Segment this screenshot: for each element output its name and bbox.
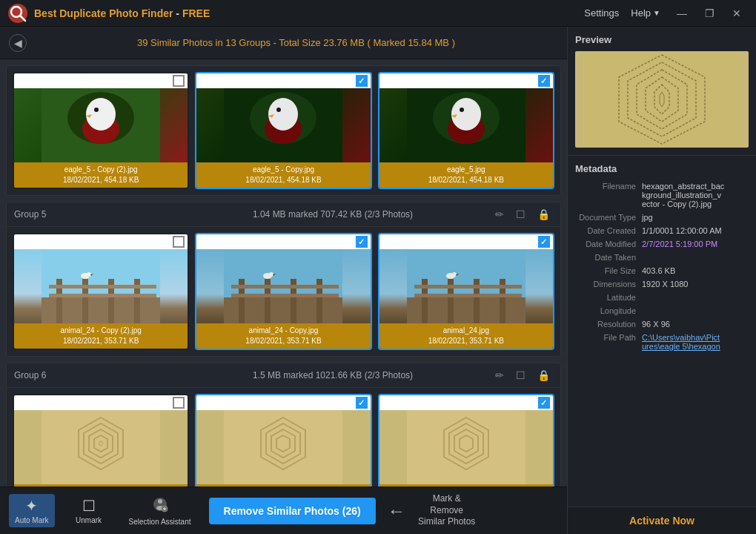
photo-card[interactable]: eagle_5.jpg 18/02/2021, 454.18 KB xyxy=(378,72,554,189)
left-panel: ◀ 39 Similar Photos in 13 Groups - Total… xyxy=(0,27,567,534)
selection-assistant-icon xyxy=(152,496,168,516)
photo-checkbox[interactable] xyxy=(538,397,550,409)
meta-key: Date Created xyxy=(575,226,642,235)
photo-card[interactable]: animal_24 - Copy.jpg 18/02/2021, 353.71 … xyxy=(195,233,371,350)
arrow-icon: ← xyxy=(388,501,405,521)
photo-card[interactable]: animal_24 - Copy (2).jpg 18/02/2021, 353… xyxy=(13,233,189,350)
photo-name: animal_24.jpg xyxy=(383,326,549,336)
preview-hex-svg xyxy=(583,51,742,148)
preview-title: Preview xyxy=(575,34,749,45)
meta-key: Filename xyxy=(575,182,642,208)
photo-info: 18/02/2021, 454.18 KB xyxy=(18,175,184,185)
auto-mark-item[interactable]: ✦ Auto Mark xyxy=(9,494,55,527)
settings-button[interactable]: Settings xyxy=(578,4,625,22)
meta-key: File Path xyxy=(575,333,642,351)
group-checkbox-button[interactable]: ☐ xyxy=(513,207,528,222)
svg-rect-63 xyxy=(224,410,342,484)
bird-image xyxy=(379,249,553,323)
photo-footer xyxy=(379,484,553,487)
meta-key: Document Type xyxy=(575,213,642,222)
photo-card[interactable] xyxy=(13,394,189,487)
photo-name: eagle_5.jpg xyxy=(383,165,549,175)
meta-row-filename: Filename hexagon_abstract_background_ill… xyxy=(575,182,749,208)
group-container-4: eagle_5 - Copy (2).jpg 18/02/2021, 454.1… xyxy=(6,65,561,196)
auto-mark-label: Auto Mark xyxy=(15,516,49,524)
svg-rect-57 xyxy=(42,410,160,484)
group-size: 1.04 MB marked 707.42 KB (2/3 Photos) xyxy=(173,209,492,220)
meta-row-filepath: File Path C:\Users\vaibhav\Pictures\eagl… xyxy=(575,333,749,351)
photo-card-top xyxy=(379,234,553,249)
close-button[interactable]: ✕ xyxy=(725,4,749,22)
minimize-button[interactable]: — xyxy=(669,4,694,22)
photo-card[interactable] xyxy=(195,394,371,487)
photos-row: eagle_5 - Copy (2).jpg 18/02/2021, 454.1… xyxy=(7,66,560,195)
titlebar: Best Duplicate Photo Finder - FREE Setti… xyxy=(0,0,756,27)
photo-checkbox[interactable] xyxy=(356,236,368,248)
photo-card-top xyxy=(379,395,553,410)
remove-similar-photos-button[interactable]: Remove Similar Photos (26) xyxy=(209,498,376,524)
photo-checkbox[interactable] xyxy=(356,75,368,87)
photo-checkbox[interactable] xyxy=(173,236,185,248)
group-checkbox-button[interactable]: ☐ xyxy=(513,368,528,383)
group-lock-button[interactable]: 🔒 xyxy=(534,207,553,222)
selection-assistant-item[interactable]: Selection Assistant xyxy=(123,493,197,529)
meta-key: Date Taken xyxy=(575,253,642,262)
activate-bar: Activate Now xyxy=(568,507,756,534)
photo-checkbox[interactable] xyxy=(173,75,185,87)
photo-card[interactable]: eagle_5 - Copy (2).jpg 18/02/2021, 454.1… xyxy=(13,72,189,189)
group-container-6: Group 6 1.5 MB marked 1021.66 KB (2/3 Ph… xyxy=(6,363,561,487)
group-actions: ✏ ☐ 🔒 xyxy=(492,207,553,222)
meta-val-dimensions: 1920 X 1080 xyxy=(642,280,749,289)
meta-val-datecreated: 1/1/0001 12:00:00 AM xyxy=(642,226,749,235)
group-edit-button[interactable]: ✏ xyxy=(492,207,507,222)
group-lock-button[interactable]: 🔒 xyxy=(534,368,553,383)
group-header: Group 6 1.5 MB marked 1021.66 KB (2/3 Ph… xyxy=(7,363,560,388)
meta-row-datetaken: Date Taken xyxy=(575,253,749,262)
photo-card-top xyxy=(14,234,188,249)
svg-rect-52 xyxy=(414,285,522,289)
restore-button[interactable]: ❐ xyxy=(697,4,722,22)
photo-card[interactable]: eagle_5 - Copy.jpg 18/02/2021, 454.18 KB xyxy=(195,72,371,189)
preview-image xyxy=(575,51,749,148)
activate-now-button[interactable]: Activate Now xyxy=(629,515,694,527)
svg-point-74 xyxy=(158,499,162,504)
meta-val-datemodified: 2/7/2021 5:19:00 PM xyxy=(642,240,749,248)
photo-checkbox[interactable] xyxy=(173,397,185,409)
unmark-icon: ☐ xyxy=(82,497,96,515)
meta-row-datecreated: Date Created 1/1/0001 12:00:00 AM xyxy=(575,226,749,235)
meta-row-filesize: File Size 403.6 KB xyxy=(575,266,749,275)
photo-checkbox[interactable] xyxy=(538,236,550,248)
unmark-item[interactable]: ☐ Unmark xyxy=(67,494,111,527)
photo-card[interactable]: animal_24.jpg 18/02/2021, 353.71 KB xyxy=(378,233,554,350)
group-container-5: Group 5 1.04 MB marked 707.42 KB (2/3 Ph… xyxy=(6,202,561,357)
scroll-content[interactable]: eagle_5 - Copy (2).jpg 18/02/2021, 454.1… xyxy=(0,59,567,487)
chevron-down-icon: ▼ xyxy=(653,9,660,17)
photo-card-top xyxy=(196,395,370,410)
svg-point-15 xyxy=(276,108,281,112)
photo-card[interactable] xyxy=(378,394,554,487)
hex-image xyxy=(14,410,188,484)
photo-name: eagle_5 - Copy.jpg xyxy=(200,165,366,175)
bird-image xyxy=(14,249,188,323)
photo-info: 18/02/2021, 454.18 KB xyxy=(200,175,366,185)
photo-info: 18/02/2021, 454.18 KB xyxy=(383,175,549,185)
meta-val-doctype: jpg xyxy=(642,213,749,222)
photo-info: 18/02/2021, 353.71 KB xyxy=(18,336,184,346)
help-button[interactable]: Help ▼ xyxy=(625,4,666,22)
svg-rect-68 xyxy=(407,410,525,484)
photo-info: 18/02/2021, 353.71 KB xyxy=(200,336,366,346)
svg-rect-31 xyxy=(49,294,156,297)
meta-val-filepath[interactable]: C:\Users\vaibhav\Pictures\eagle 5\hexago… xyxy=(642,333,749,351)
meta-key: Date Modified xyxy=(575,240,642,248)
photo-checkbox[interactable] xyxy=(356,397,368,409)
back-button[interactable]: ◀ xyxy=(9,34,27,52)
group-edit-button[interactable]: ✏ xyxy=(492,368,507,383)
photo-checkbox[interactable] xyxy=(538,75,550,87)
auto-mark-icon: ✦ xyxy=(25,497,38,515)
summary-text: 39 Similar Photos in 13 Groups - Total S… xyxy=(34,37,558,48)
preview-section: Preview xyxy=(568,27,756,156)
photo-name: animal_24 - Copy (2).jpg xyxy=(18,326,184,336)
photos-row xyxy=(7,388,560,487)
app-title: Best Duplicate Photo Finder - FREE xyxy=(34,7,578,19)
top-bar: ◀ 39 Similar Photos in 13 Groups - Total… xyxy=(0,27,567,59)
